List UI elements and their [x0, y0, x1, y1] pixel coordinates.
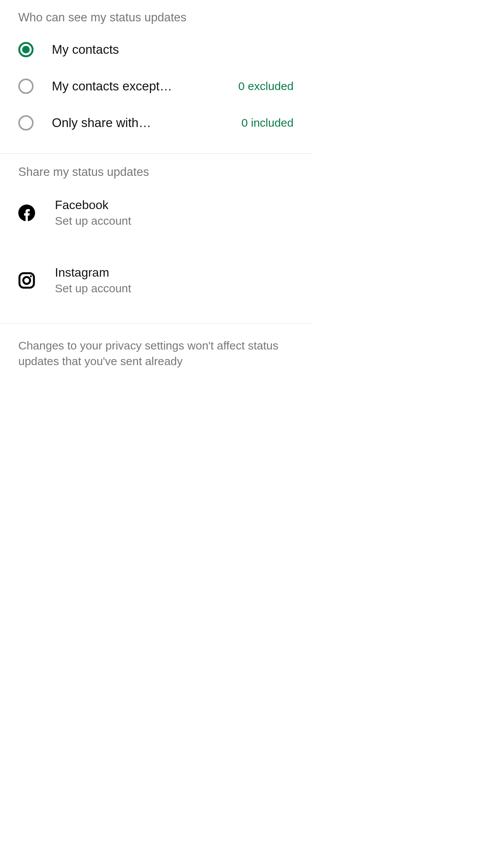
- radio-icon: [18, 79, 34, 94]
- svg-point-3: [30, 275, 32, 277]
- share-section-header: Share my status updates: [0, 154, 312, 184]
- share-option-facebook[interactable]: Facebook Set up account: [0, 184, 312, 242]
- excluded-count: 0 excluded: [238, 80, 294, 93]
- footer-privacy-note: Changes to your privacy settings won't a…: [0, 324, 312, 383]
- radio-label: My contacts except…: [52, 79, 172, 93]
- privacy-section-header: Who can see my status updates: [0, 0, 312, 31]
- radio-option-contacts-except[interactable]: My contacts except… 0 excluded: [0, 68, 312, 105]
- radio-icon: [18, 42, 34, 57]
- radio-label: My contacts: [52, 42, 119, 57]
- radio-option-only-share[interactable]: Only share with… 0 included: [0, 105, 312, 141]
- share-title: Facebook: [55, 198, 131, 212]
- instagram-icon: [18, 272, 35, 289]
- included-count: 0 included: [241, 116, 294, 129]
- radio-label: Only share with…: [52, 116, 151, 130]
- share-option-instagram[interactable]: Instagram Set up account: [0, 242, 312, 311]
- radio-icon: [18, 115, 34, 130]
- facebook-icon: [18, 205, 35, 221]
- svg-point-2: [23, 277, 30, 284]
- share-title: Instagram: [55, 266, 131, 280]
- share-subtitle: Set up account: [55, 282, 131, 295]
- share-subtitle: Set up account: [55, 214, 131, 227]
- radio-option-my-contacts[interactable]: My contacts: [0, 31, 312, 68]
- svg-rect-1: [19, 273, 34, 288]
